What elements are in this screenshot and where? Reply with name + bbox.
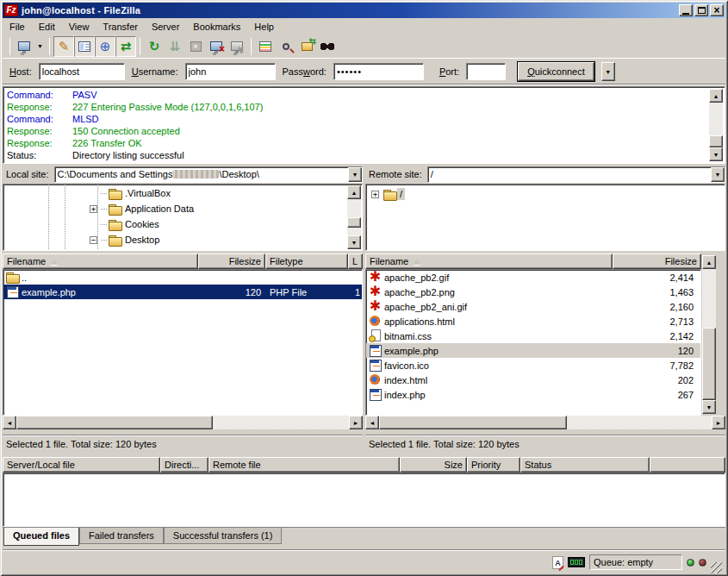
close-icon: × bbox=[713, 6, 719, 15]
quickconnect-button[interactable]: Quickconnect bbox=[518, 62, 594, 81]
menu-transfer[interactable]: Transfer bbox=[96, 20, 145, 34]
column-header-filesize[interactable]: Filesize bbox=[613, 254, 701, 269]
disconnect-button[interactable]: × bbox=[206, 36, 227, 57]
column-header-filetype[interactable]: Filetype bbox=[265, 254, 348, 269]
html-file-icon bbox=[368, 315, 383, 328]
local-hscroll-left[interactable]: ◄ bbox=[3, 416, 16, 429]
process-queue-button[interactable]: ⇊ bbox=[165, 36, 185, 57]
toggle-queue-button[interactable]: ⇄ bbox=[115, 36, 136, 57]
username-input[interactable] bbox=[185, 63, 276, 80]
file-row[interactable]: applications.html 2,713 bbox=[366, 314, 700, 329]
maximize-button[interactable] bbox=[694, 4, 708, 16]
tree-item-desktop[interactable]: − Desktop bbox=[90, 232, 162, 247]
resize-grip[interactable] bbox=[711, 562, 722, 573]
tab-successful-transfers[interactable]: Successful transfers (1) bbox=[164, 528, 283, 544]
tree-item-root[interactable]: + / bbox=[371, 186, 405, 202]
column-header-server-local-file[interactable]: Server/Local file bbox=[3, 457, 160, 473]
toggle-remote-tree-button[interactable]: ⊕ bbox=[95, 36, 115, 57]
log-scroll-down[interactable]: ▼ bbox=[709, 147, 723, 161]
message-log: Command:PASV Response:227 Entering Passi… bbox=[3, 86, 725, 164]
column-header-filesize[interactable]: Filesize bbox=[198, 254, 265, 269]
column-header-status[interactable]: Status bbox=[520, 457, 650, 473]
menu-view[interactable]: View bbox=[62, 20, 96, 34]
password-input[interactable] bbox=[333, 63, 424, 80]
menu-file[interactable]: File bbox=[3, 20, 32, 34]
local-hscroll-thumb[interactable] bbox=[16, 416, 213, 429]
file-row[interactable]: favicon.ico 7,782 bbox=[366, 358, 700, 373]
column-header-filler bbox=[650, 457, 725, 473]
port-input[interactable] bbox=[466, 63, 506, 80]
local-site-dropdown[interactable]: ▼ bbox=[348, 167, 362, 182]
file-row[interactable]: index.html 202 bbox=[366, 373, 700, 387]
host-input[interactable] bbox=[39, 63, 125, 80]
site-manager-button[interactable] bbox=[14, 36, 34, 57]
apache-file-icon: ✱ bbox=[368, 285, 383, 298]
filter-button[interactable] bbox=[255, 36, 276, 57]
column-header-priority[interactable]: Priority bbox=[467, 457, 520, 473]
tree-item-cookies[interactable]: Cookies bbox=[90, 216, 162, 232]
tree-item-application-data[interactable]: + Application Data bbox=[90, 201, 196, 216]
remote-site-dropdown[interactable]: ▼ bbox=[711, 167, 725, 182]
file-row[interactable]: bitnami.css 2,142 bbox=[366, 329, 700, 343]
transfer-queue-pane: Server/Local file Directi... Remote file… bbox=[3, 457, 725, 527]
find-files-button[interactable] bbox=[317, 36, 338, 57]
remote-hscroll-right[interactable]: ► bbox=[712, 416, 725, 429]
quickconnect-dropdown[interactable]: ▼ bbox=[601, 62, 615, 81]
menu-edit[interactable]: Edit bbox=[32, 20, 62, 34]
file-row-example-php[interactable]: example.php 120 PHP File 1 bbox=[3, 285, 362, 299]
file-row[interactable]: ✱apache_pb2.png 1,463 bbox=[366, 285, 700, 299]
expand-plus-icon[interactable]: + bbox=[90, 205, 97, 213]
remote-site-combo[interactable]: / ▼ bbox=[427, 166, 725, 183]
toolbar-separator bbox=[251, 38, 252, 55]
column-header-size[interactable]: Size bbox=[400, 457, 467, 473]
queue-list[interactable] bbox=[3, 473, 725, 527]
log-scroll-thumb[interactable] bbox=[709, 135, 723, 147]
toggle-local-tree-button[interactable] bbox=[74, 36, 95, 57]
menu-bookmarks[interactable]: Bookmarks bbox=[186, 20, 247, 34]
file-row-parent-dir[interactable]: .. bbox=[3, 270, 362, 285]
tree-item-virtualbox[interactable]: .VirtualBox bbox=[90, 185, 173, 201]
html-file-icon bbox=[368, 373, 383, 386]
refresh-button[interactable]: ↻ bbox=[144, 36, 165, 57]
minimize-button[interactable] bbox=[679, 4, 693, 16]
column-header-filename[interactable]: Filename bbox=[365, 254, 613, 269]
menu-help[interactable]: Help bbox=[247, 20, 281, 34]
menu-server[interactable]: Server bbox=[145, 20, 186, 34]
column-header-direction[interactable]: Directi... bbox=[160, 457, 208, 473]
remote-hscroll-track[interactable] bbox=[567, 416, 712, 429]
tab-failed-transfers[interactable]: Failed transfers bbox=[79, 528, 164, 544]
close-button[interactable]: × bbox=[710, 4, 724, 16]
remote-vscroll-thumb[interactable] bbox=[702, 328, 716, 400]
local-tree-scroll-thumb[interactable] bbox=[347, 217, 361, 228]
file-row-example-php[interactable]: example.php 120 bbox=[366, 343, 700, 358]
file-row[interactable]: index.php 267 bbox=[366, 387, 700, 402]
remote-vscroll-up[interactable]: ▲ bbox=[702, 255, 716, 269]
column-header-filename[interactable]: Filename bbox=[3, 254, 198, 269]
local-tree-scroll-up[interactable]: ▲ bbox=[347, 185, 361, 199]
remote-vscroll-down[interactable]: ▼ bbox=[702, 400, 716, 414]
expand-plus-icon[interactable]: + bbox=[371, 191, 379, 198]
column-header-remote-file[interactable]: Remote file bbox=[208, 457, 400, 473]
file-row[interactable]: ✱apache_pb2.gif 2,414 bbox=[366, 270, 700, 285]
local-hscroll-right[interactable]: ► bbox=[349, 416, 363, 429]
local-site-combo[interactable]: C:\Documents and Settings\Desktop\ ▼ bbox=[54, 166, 363, 183]
folder-icon bbox=[383, 188, 397, 201]
collapse-minus-icon[interactable]: − bbox=[90, 236, 97, 244]
reconnect-button[interactable]: ↯ bbox=[227, 36, 247, 57]
log-scroll-up[interactable]: ▲ bbox=[709, 89, 723, 103]
local-hscroll-track[interactable] bbox=[213, 416, 349, 429]
synchronized-browsing-button[interactable]: ⇆ bbox=[296, 36, 317, 57]
remote-hscroll-left[interactable]: ◄ bbox=[365, 416, 379, 429]
local-tree-scroll-down[interactable]: ▼ bbox=[347, 235, 361, 249]
tab-queued-files[interactable]: Queued files bbox=[3, 528, 79, 546]
toggle-message-log-button[interactable]: ✎ bbox=[53, 36, 74, 57]
column-header-lastmodified[interactable]: L bbox=[348, 254, 363, 269]
remote-vscroll-track[interactable] bbox=[702, 269, 716, 336]
directory-comparison-button[interactable] bbox=[276, 36, 296, 57]
site-manager-dropdown[interactable]: ▼ bbox=[34, 36, 46, 57]
toolbar-separator bbox=[49, 38, 50, 55]
cancel-button[interactable]: × bbox=[185, 36, 206, 57]
remote-hscroll-thumb[interactable] bbox=[379, 416, 567, 429]
file-row[interactable]: ✱apache_pb2_ani.gif 2,160 bbox=[366, 299, 700, 314]
window-title: john@localhost - FileZilla bbox=[22, 5, 677, 16]
